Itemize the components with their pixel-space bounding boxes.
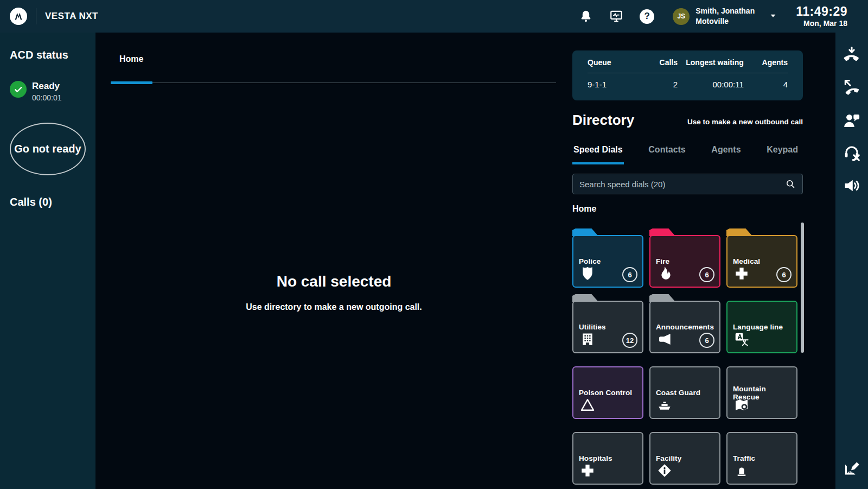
notifications-button[interactable]: [579, 9, 593, 23]
queue-header: Calls: [649, 58, 678, 67]
calls-section-title: Calls (0): [10, 196, 86, 208]
acd-status-timer: 00:00:01: [32, 93, 62, 102]
motorola-logo-icon: [10, 8, 27, 25]
acd-status-row: Ready 00:00:01: [10, 81, 86, 102]
tile-count-badge: 6: [776, 267, 792, 282]
translate-icon: [733, 331, 750, 347]
queue-header: Agents: [744, 58, 788, 67]
tile-label: Coast Guard: [656, 389, 700, 397]
person-chat-icon: [842, 111, 861, 130]
top-bar: VESTA NXT ? JS Smith, Jonathan Motoville…: [0, 0, 868, 33]
clock-time: 11:49:29: [796, 5, 847, 18]
tile-label: Fire: [656, 257, 669, 265]
medical-cross-icon: [733, 265, 750, 282]
bell-icon: [579, 9, 593, 23]
right-panel: Queue Calls Longest waiting Agents 9-1-1…: [572, 33, 804, 489]
speed-dial-grid: Police 6 Fire 6 Medical 6 Utilities 12 A…: [572, 235, 797, 485]
search-icon[interactable]: [785, 179, 796, 189]
directory-tab-keypad[interactable]: Keypad: [765, 145, 799, 164]
headset-x-icon: [842, 143, 861, 163]
directory-section-label: Home: [572, 204, 596, 214]
active-tab-indicator: [111, 81, 152, 84]
speaker-icon: [842, 176, 861, 195]
chevron-down-icon: [769, 11, 777, 22]
speed-dial-tile-announcements[interactable]: Announcements 6: [649, 301, 720, 353]
user-menu[interactable]: JS Smith, Jonathan Motoville: [673, 6, 777, 27]
avatar: JS: [673, 8, 690, 25]
phone-answer-icon: [842, 46, 861, 65]
speed-dial-search: [572, 174, 803, 194]
help-button[interactable]: ?: [640, 9, 654, 24]
empty-state-title: No call selected: [95, 273, 572, 290]
speed-dial-tile-poison-control[interactable]: Poison Control: [572, 366, 643, 419]
topbar-divider: [36, 8, 36, 24]
speed-dial-tile-police[interactable]: Police 6: [572, 235, 643, 288]
go-not-ready-button[interactable]: Go not ready: [10, 123, 86, 175]
answer-call-button[interactable]: [842, 46, 861, 65]
clock-date: Mon, Mar 18: [796, 19, 847, 28]
queue-name: 9-1-1: [588, 80, 649, 89]
speed-dial-tile-facility[interactable]: Facility: [649, 432, 720, 485]
folder-tab: [572, 294, 598, 302]
search-input[interactable]: [579, 180, 785, 189]
directory-tab-agents[interactable]: Agents: [710, 145, 742, 164]
queue-header-row: Queue Calls Longest waiting Agents: [588, 58, 788, 67]
headset-mute-button[interactable]: [842, 143, 861, 163]
tile-label: Language line: [733, 323, 783, 331]
agent-chat-button[interactable]: [842, 111, 861, 130]
tile-count-badge: 6: [699, 267, 714, 282]
speed-dial-tile-utilities[interactable]: Utilities 12: [572, 301, 643, 353]
speed-dial-tile-medical[interactable]: Medical 6: [726, 235, 797, 288]
system-monitor-button[interactable]: [609, 9, 623, 23]
tab-home[interactable]: Home: [111, 54, 152, 64]
user-name-block: Smith, Jonathan Motoville: [695, 6, 755, 27]
info-diamond-icon: [656, 462, 673, 479]
folder-tab: [572, 228, 598, 236]
folder-tab: [649, 228, 675, 236]
layout-editor-button[interactable]: [842, 458, 861, 477]
queue-header: Queue: [588, 58, 649, 67]
flame-icon: [656, 265, 673, 282]
tabline-rule: [152, 82, 556, 83]
tile-label: Medical: [733, 257, 760, 265]
tile-count-badge: 12: [622, 333, 637, 348]
speed-dial-tile-language-line[interactable]: Language line: [726, 301, 797, 353]
volume-button[interactable]: [842, 176, 861, 195]
ruler-pencil-icon: [842, 458, 861, 477]
tile-label: Hospitals: [579, 454, 612, 462]
tile-label: Police: [579, 257, 601, 265]
tile-label: Announcements: [656, 323, 714, 331]
ready-check-icon: [10, 81, 27, 98]
police-badge-icon: [579, 265, 596, 282]
building-icon: [579, 331, 596, 347]
phone-callback-icon: [842, 78, 861, 98]
call-control-toolbar: [835, 33, 868, 489]
folder-tab: [649, 294, 675, 302]
help-icon: ?: [640, 9, 654, 24]
warning-triangle-icon: [579, 397, 596, 413]
user-location: Motoville: [695, 17, 729, 26]
directory-header: Directory Use to make a new outbound cal…: [572, 112, 803, 129]
directory-tabs: Speed DialsContactsAgentsKeypad: [572, 145, 799, 164]
queue-summary-card: Queue Calls Longest waiting Agents 9-1-1…: [572, 50, 803, 100]
directory-hint: Use to make a new outbound call: [687, 118, 803, 129]
directory-tab-speed-dials[interactable]: Speed Dials: [572, 145, 624, 164]
tile-count-badge: 6: [699, 333, 714, 348]
tile-count-badge: 6: [622, 267, 637, 282]
directory-scrollbar[interactable]: [801, 223, 804, 353]
tile-label: Poison Control: [579, 389, 632, 397]
speed-dial-tile-traffic[interactable]: Traffic: [726, 432, 797, 485]
speed-dial-tile-coast-guard[interactable]: Coast Guard: [649, 366, 720, 419]
speed-dial-tile-mountain-rescue[interactable]: Mountain Rescue: [726, 366, 797, 419]
speed-dial-tile-hospitals[interactable]: Hospitals: [572, 432, 643, 485]
acd-status-label: Ready: [32, 81, 62, 92]
callback-call-button[interactable]: [842, 78, 861, 98]
directory-tab-contacts[interactable]: Contacts: [647, 145, 686, 164]
acd-status-title: ACD status: [10, 49, 86, 61]
speed-dial-tile-fire[interactable]: Fire 6: [649, 235, 720, 288]
tile-label: Facility: [656, 454, 681, 462]
queue-agents: 4: [744, 80, 788, 89]
tile-label: Traffic: [733, 454, 755, 462]
boat-icon: [656, 397, 673, 413]
queue-longest-waiting: 00:00:11: [678, 80, 744, 89]
